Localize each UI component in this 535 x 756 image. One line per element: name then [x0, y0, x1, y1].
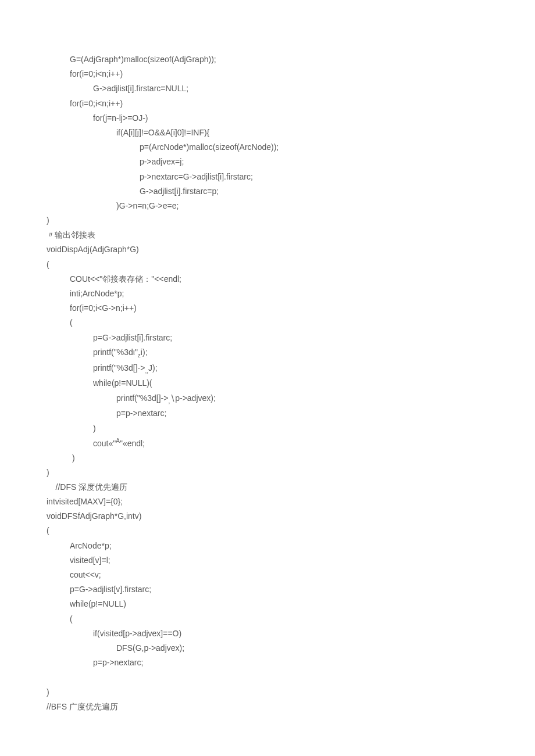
- code-line: 〃输出邻接表: [47, 228, 488, 242]
- code-line: ): [47, 451, 488, 465]
- code-line: )G->n=n;G->e=e;: [47, 199, 488, 213]
- code-line: p=G->adjlist[v].firstarc;: [47, 582, 488, 597]
- code-line: p=p->nextarc;: [47, 406, 488, 421]
- code-line: if(visited[p->adjvex]==O): [47, 626, 488, 641]
- code-line: COUt<<"邻接表存储："<<endl;: [47, 272, 488, 286]
- code-line: for(i=0;i<n;i++): [47, 96, 488, 111]
- code-line: ): [47, 685, 488, 700]
- code-line: ): [47, 465, 488, 480]
- code-line: cout«"A"«endl;: [47, 436, 488, 451]
- code-line: voidDFSfAdjGraph*G,intv): [47, 509, 488, 524]
- code-line: while(p!=NULL)(: [47, 376, 488, 390]
- code-line: for(i=0;i<n;i++): [47, 67, 488, 81]
- code-block: G=(AdjGraph*)malloc(sizeof(AdjGraph));fo…: [47, 52, 488, 714]
- code-line: G->adjlist[i].firstarc=NULL;: [47, 81, 488, 96]
- code-line: while(p!=NULL): [47, 597, 488, 611]
- code-line: printf("%3d[]->,,J);: [47, 361, 488, 377]
- code-line: (: [47, 257, 488, 272]
- code-line: intvisited[MAXV]={0};: [47, 495, 488, 509]
- code-line: G->adjlist[i].firstarc=p;: [47, 184, 488, 199]
- code-line: //DFS 深度优先遍历: [47, 480, 488, 495]
- code-line: (: [47, 316, 488, 330]
- code-line: inti;ArcNode*p;: [47, 286, 488, 301]
- code-line: [47, 670, 488, 685]
- code-line: p->adjvex=j;: [47, 155, 488, 169]
- code-line: (: [47, 612, 488, 626]
- code-line: voidDispAdj(AdjGraph*G): [47, 242, 488, 257]
- code-line: visited[v]=l;: [47, 553, 488, 568]
- code-line: p=(ArcNode*)malloc(sizeof(ArcNode));: [47, 140, 488, 155]
- code-line: printf("%3d[]->,∖p->adjvex);: [47, 391, 488, 407]
- code-line: cout<<v;: [47, 568, 488, 582]
- code-line: p->nextarc=G->adjlist[i].firstarc;: [47, 170, 488, 184]
- code-line: ): [47, 421, 488, 436]
- code-line: for(j=n-lj>=OJ-): [47, 111, 488, 126]
- document-page: G=(AdjGraph*)malloc(sizeof(AdjGraph));fo…: [0, 0, 535, 749]
- code-line: ArcNode*p;: [47, 539, 488, 553]
- code-line: G=(AdjGraph*)malloc(sizeof(AdjGraph));: [47, 52, 488, 67]
- code-line: p=G->adjlist[i].firstarc;: [47, 331, 488, 345]
- code-line: ): [47, 213, 488, 228]
- code-line: DFS(G,p->adjvex);: [47, 641, 488, 655]
- code-line: if(A[i][j]!=O&&A[i]0]!=INF){: [47, 126, 488, 140]
- code-line: for(i=0;i<G->n;i++): [47, 301, 488, 316]
- code-line: //BFS 广度优先遍历: [47, 700, 488, 714]
- code-line: (: [47, 524, 488, 538]
- code-line: p=p->nextarc;: [47, 655, 488, 670]
- code-line: printf("%3dι"zi);: [47, 345, 488, 361]
